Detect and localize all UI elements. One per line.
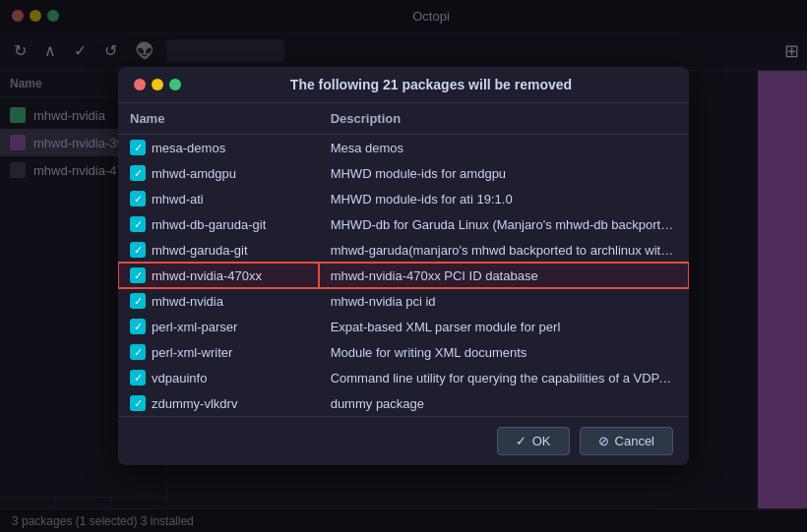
package-description: dummy package <box>319 390 689 416</box>
package-name-cell: ✓mhwd-db-garuda-git <box>118 211 319 237</box>
package-name-cell: ✓perl-xml-writer <box>118 339 319 365</box>
dialog-window-controls[interactable] <box>134 79 181 90</box>
package-description: Mesa demos <box>319 135 689 161</box>
package-name-cell: ✓vdpauinfo <box>118 365 319 390</box>
table-row[interactable]: ✓mesa-demosMesa demos <box>118 135 689 161</box>
check-icon: ✓ <box>130 293 146 309</box>
package-name-cell: ✓mhwd-nvidia <box>118 288 319 314</box>
dialog-titlebar: The following 21 packages will be remove… <box>118 67 689 103</box>
table-row[interactable]: ✓mhwd-db-garuda-gitMHWD-db for Garuda Li… <box>118 211 689 237</box>
check-icon: ✓ <box>130 140 146 155</box>
table-row[interactable]: ✓mhwd-nvidia-470xxmhwd-nvidia-470xx PCI … <box>118 263 689 288</box>
packages-table: Name Description ✓mesa-demosMesa demos✓m… <box>118 103 689 416</box>
table-row[interactable]: ✓mhwd-atiMHWD module-ids for ati 19:1.0 <box>118 186 689 211</box>
package-name-cell: ✓mhwd-nvidia-470xx <box>118 263 319 288</box>
cancel-button[interactable]: ⊘ Cancel <box>580 427 673 455</box>
check-icon: ✓ <box>130 344 146 360</box>
package-name: mhwd-garuda-git <box>152 243 248 258</box>
dialog-minimize-button[interactable] <box>152 79 163 90</box>
package-name-cell: ✓mhwd-amdgpu <box>118 160 319 186</box>
check-icon: ✓ <box>130 267 146 283</box>
package-description: Module for writing XML documents <box>319 339 689 365</box>
ok-button[interactable]: ✓ OK <box>497 427 570 455</box>
cancel-circle-icon: ⊘ <box>598 434 609 448</box>
package-description: Expat-based XML parser module for perl <box>319 314 689 339</box>
package-description: mhwd-nvidia pci id <box>319 288 689 314</box>
package-name: mhwd-amdgpu <box>152 166 236 181</box>
check-icon: ✓ <box>130 216 146 232</box>
check-icon: ✓ <box>130 370 146 385</box>
ok-label: OK <box>532 434 551 448</box>
package-description: MHWD module-ids for amdgpu <box>319 160 689 186</box>
package-description: MHWD module-ids for ati 19:1.0 <box>319 186 689 211</box>
table-row[interactable]: ✓mhwd-garuda-gitmhwd-garuda(manjaro's mh… <box>118 237 689 263</box>
package-name: mhwd-nvidia <box>152 294 223 309</box>
ok-check-icon: ✓ <box>516 434 527 448</box>
package-name-cell: ✓mesa-demos <box>118 135 319 161</box>
dialog-close-button[interactable] <box>134 79 146 90</box>
check-icon: ✓ <box>130 191 146 207</box>
cancel-label: Cancel <box>615 434 654 448</box>
table-row[interactable]: ✓perl-xml-parserExpat-based XML parser m… <box>118 314 689 339</box>
table-row[interactable]: ✓perl-xml-writerModule for writing XML d… <box>118 339 689 365</box>
package-name-cell: ✓mhwd-garuda-git <box>118 237 319 263</box>
col-name: Name <box>118 103 319 135</box>
package-name: perl-xml-parser <box>152 320 237 334</box>
table-row[interactable]: ✓mhwd-amdgpuMHWD module-ids for amdgpu <box>118 160 689 186</box>
table-row[interactable]: ✓mhwd-nvidiamhwd-nvidia pci id <box>118 288 689 314</box>
package-name: mhwd-nvidia-470xx <box>152 268 262 283</box>
check-icon: ✓ <box>130 319 146 334</box>
package-description: Command line utility for querying the ca… <box>319 365 689 390</box>
table-row[interactable]: ✓vdpauinfoCommand line utility for query… <box>118 365 689 390</box>
dialog-scroll[interactable]: Name Description ✓mesa-demosMesa demos✓m… <box>118 103 689 416</box>
dialog-title: The following 21 packages will be remove… <box>189 77 673 92</box>
package-name: mhwd-db-garuda-git <box>152 217 266 232</box>
check-icon: ✓ <box>130 242 146 258</box>
check-icon: ✓ <box>130 395 146 411</box>
package-name: vdpauinfo <box>152 371 207 385</box>
table-row[interactable]: ✓zdummy-vlkdrvdummy package <box>118 390 689 416</box>
package-description: mhwd-garuda(manjaro's mhwd backported to… <box>319 237 689 263</box>
dialog: The following 21 packages will be remove… <box>118 67 689 465</box>
check-icon: ✓ <box>130 165 146 181</box>
package-name: zdummy-vlkdrv <box>152 396 237 411</box>
package-name-cell: ✓perl-xml-parser <box>118 314 319 339</box>
package-name: mesa-demos <box>152 141 225 155</box>
package-description: mhwd-nvidia-470xx PCI ID database <box>319 263 689 288</box>
package-name-cell: ✓zdummy-vlkdrv <box>118 390 319 416</box>
package-name: mhwd-ati <box>152 192 204 207</box>
dialog-body: Name Description ✓mesa-demosMesa demos✓m… <box>118 103 689 416</box>
dialog-overlay: The following 21 packages will be remove… <box>0 0 807 532</box>
package-description: MHWD-db for Garuda Linux (Manjaro's mhwd… <box>319 211 689 237</box>
dialog-maximize-button[interactable] <box>169 79 181 90</box>
dialog-footer: ✓ OK ⊘ Cancel <box>118 416 689 465</box>
package-name: perl-xml-writer <box>152 345 232 360</box>
package-name-cell: ✓mhwd-ati <box>118 186 319 211</box>
col-description: Description <box>319 103 689 135</box>
